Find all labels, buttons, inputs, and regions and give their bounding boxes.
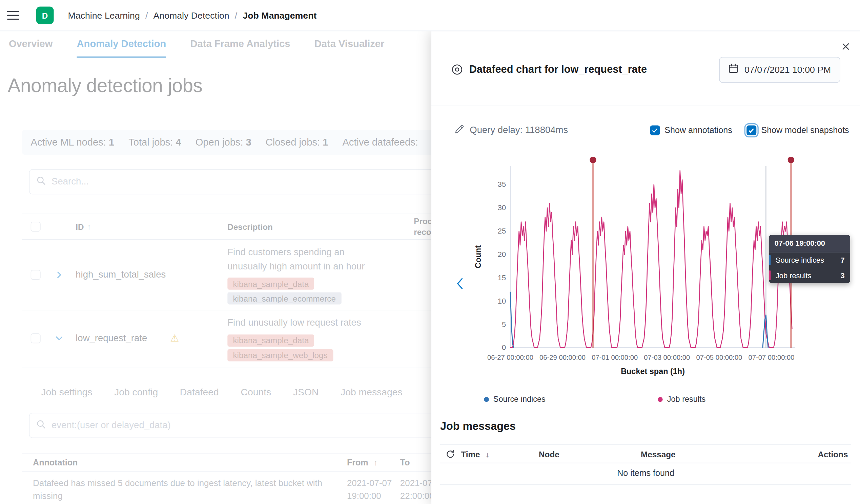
svg-text:06-29 00:00:00: 06-29 00:00:00 [540,354,586,361]
svg-text:0: 0 [502,343,506,352]
legend-source-indices[interactable]: Source indices [484,395,545,403]
job-results-dot [658,397,663,402]
job-messages-title: Job messages [440,420,516,433]
breadcrumb: Machine Learning / Anomaly Detection / J… [68,10,317,21]
checkbox-show-annotations[interactable]: Show annotations [650,125,732,135]
empty-table-message: No items found [440,468,851,478]
datafeed-chart: 0510152025303506-27 00:00:0006-29 00:00:… [472,156,801,386]
calendar-icon [729,64,739,76]
svg-text:07-03 00:00:00: 07-03 00:00:00 [644,354,690,361]
sort-descending-icon: ↓ [486,450,489,459]
divider [431,106,860,106]
svg-text:15: 15 [498,273,506,282]
chart-canvas[interactable]: 0510152025303506-27 00:00:0006-29 00:00:… [472,156,801,386]
top-header: D Machine Learning / Anomaly Detection /… [0,0,860,31]
query-delay-text: Query delay: 118804ms [470,125,568,136]
date-picker-value: 07/07/2021 10:00 PM [744,64,831,75]
svg-text:06-27 00:00:00: 06-27 00:00:00 [487,354,533,361]
menu-icon[interactable] [0,0,26,31]
datafeed-chart-flyout: Datafeed chart for low_request_rate 07/0… [431,31,860,504]
flyout-header: Datafeed chart for low_request_rate 07/0… [451,53,840,86]
source-indices-dot [484,397,489,402]
checkbox-show-model-snapshots[interactable]: Show model snapshots [746,125,849,135]
svg-text:07-05 00:00:00: 07-05 00:00:00 [696,354,742,361]
refresh-icon[interactable] [446,449,455,459]
chart-legend: Source indicesJob results [484,395,705,403]
pencil-icon [454,124,464,136]
tooltip-row: Source indices7 [769,252,850,268]
column-header-actions: Actions [818,449,848,459]
column-header-time[interactable]: Time ↓ [461,449,489,459]
check-icon [746,125,756,135]
breadcrumb-separator: / [235,10,237,21]
svg-text:35: 35 [498,180,506,189]
flyout-title: Datafeed chart for low_request_rate [469,64,647,76]
chart-tooltip: 07-06 19:00:00 Source indices7Job result… [769,235,850,283]
datafeed-icon [451,64,463,76]
svg-text:10: 10 [498,297,506,305]
svg-text:Bucket span (1h): Bucket span (1h) [621,367,685,376]
date-picker[interactable]: 07/07/2021 10:00 PM [719,57,840,82]
svg-text:5: 5 [502,320,506,329]
legend-job-results[interactable]: Job results [658,395,705,403]
chart-options: Show annotationsShow model snapshots [650,125,849,135]
collapse-chevron-icon[interactable] [454,277,467,292]
column-header-node: Node [539,449,559,459]
tooltip-header: 07-06 19:00:00 [769,235,850,252]
space-avatar[interactable]: D [36,6,54,24]
breadcrumb-anomaly-detection[interactable]: Anomaly Detection [154,10,229,21]
svg-text:25: 25 [498,227,506,235]
query-delay-row: Query delay: 118804ms Show annotationsSh… [454,121,849,139]
svg-text:07-01 00:00:00: 07-01 00:00:00 [592,354,638,361]
svg-text:20: 20 [498,250,506,258]
column-header-message: Message [641,449,676,459]
kibana-ml-app: D Machine Learning / Anomaly Detection /… [0,0,860,504]
svg-text:Count: Count [474,246,483,268]
breadcrumb-job-management: Job Management [243,10,316,21]
close-icon[interactable] [839,40,852,55]
breadcrumb-separator: / [145,10,148,21]
job-messages-header: Time ↓ Node Message Actions [440,444,851,463]
check-icon [650,125,660,135]
svg-text:07-07 00:00:00: 07-07 00:00:00 [748,354,794,361]
breadcrumb-machine-learning[interactable]: Machine Learning [68,10,140,21]
svg-text:30: 30 [498,204,506,212]
divider [440,485,851,485]
tooltip-row: Job results3 [769,268,850,283]
